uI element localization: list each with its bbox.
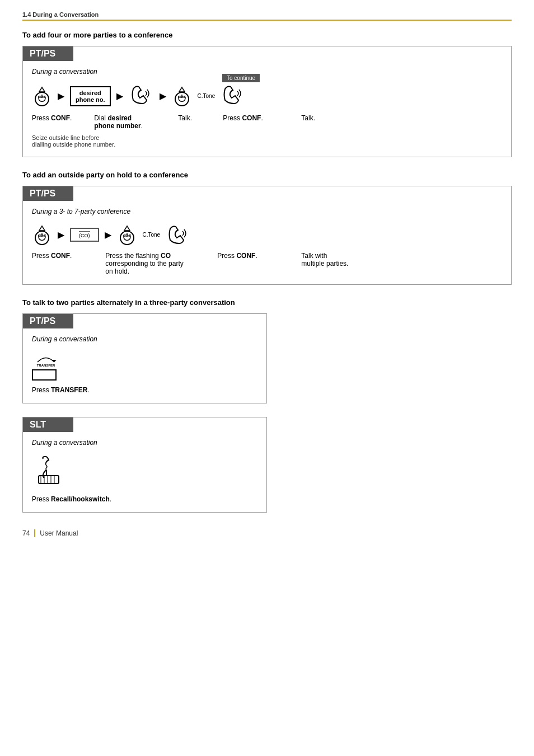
note-text-1: Seize outside line beforedialling outsid… (32, 134, 502, 148)
talk-icon-2 (221, 83, 246, 109)
label-talk-2: Talk. (301, 114, 329, 122)
transfer-icon-svg: TRANSFER (32, 351, 60, 368)
section-title: 1.4 During a Conversation (22, 11, 512, 21)
diagram-subtitle-ptps: During a conversation (32, 335, 257, 343)
diagram-header-ptps: PT/PS (23, 314, 73, 328)
label-dial-desired: Dial desiredphone number. (94, 114, 161, 130)
conf-icon-4: CONF (117, 225, 137, 245)
svg-marker-8 (39, 226, 45, 231)
flow-labels-2: Press CONF. Press the flashing COcorresp… (32, 252, 502, 275)
ctone-label-2: C.Tone (143, 232, 161, 238)
arrow-1: ▶ (58, 91, 64, 101)
diagram-subtitle-1: During a conversation (32, 68, 502, 76)
diagram-box-ptps: PT/PS During a conversation TRANSFER (22, 313, 267, 403)
arrow-3: ▶ (160, 91, 166, 101)
label-talk-1: Talk. (178, 114, 206, 122)
conf-icon-1: CONF (32, 86, 52, 106)
diagram-box-2: PT/PS During a 3- to 7-party conference … (22, 186, 512, 285)
arrow-2: ▶ (116, 91, 123, 101)
svg-rect-18 (39, 476, 59, 483)
to-continue-badge: To continue (222, 74, 260, 82)
subsection-add-four: To add four or more parties to a confere… (22, 31, 512, 157)
flow-row-1: CONF ▶ desiredphone no. ▶ (32, 83, 502, 109)
label-press-conf-2: Press CONF. (223, 114, 268, 122)
subsection-title-1: To add four or more parties to a confere… (22, 31, 512, 39)
subsection-title-3: To talk to two parties alternately in a … (22, 298, 512, 307)
diagram-box-1: PT/PS During a conversation To continue (22, 46, 512, 157)
co-button: (CO) (70, 228, 99, 242)
hookswitch-icon-svg (32, 454, 65, 488)
label-press-recall: Press Recall/hookswitch. (32, 495, 257, 503)
desired-phone-btn: desiredphone no. (70, 86, 111, 106)
flow-labels-1: Press CONF. Dial desiredphone number. Ta… (32, 114, 502, 130)
diagram-header-2: PT/PS (23, 186, 73, 201)
conf-icon-3: CONF (32, 225, 52, 245)
subsection-talk-alternately: To talk to two parties alternately in a … (22, 298, 512, 513)
diagram-header-1: PT/PS (23, 46, 73, 61)
svg-text:TRANSFER: TRANSFER (37, 364, 55, 367)
arrow-5: ▶ (105, 229, 111, 240)
label-press-conf-4: Press CONF. (217, 252, 262, 260)
diagram-subtitle-slt: During a conversation (32, 439, 257, 447)
footer-divider (34, 529, 35, 537)
talk-icon-1 (129, 83, 154, 109)
svg-marker-12 (124, 226, 130, 231)
svg-point-5 (175, 92, 189, 106)
conf-icon-2: CONF (172, 86, 192, 106)
diagram-box-slt: SLT During a conversation (22, 417, 267, 513)
ctone-label-1: C.Tone (198, 93, 216, 99)
diagram-header-slt: SLT (23, 417, 73, 432)
label-talk-multiple: Talk withmultiple parties. (301, 252, 357, 267)
transfer-icon-wrap: TRANSFER (32, 351, 257, 381)
svg-point-9 (35, 231, 49, 245)
subsection-title-2: To add an outside party on hold to a con… (22, 171, 512, 179)
label-press-transfer: Press TRANSFER. (32, 386, 257, 394)
svg-point-13 (120, 231, 134, 245)
hookswitch-icon-wrap (32, 454, 257, 490)
subsection-add-outside: To add an outside party on hold to a con… (22, 171, 512, 285)
label-press-co: Press the flashing COcorresponding to th… (105, 252, 200, 275)
arrow-4: ▶ (58, 229, 64, 240)
svg-marker-0 (39, 87, 45, 92)
page-number: 74 (22, 529, 30, 537)
label-press-conf-3: Press CONF. (32, 252, 72, 260)
label-press-conf-1: Press CONF. (32, 114, 72, 122)
talk-icon-3 (166, 223, 191, 246)
svg-marker-4 (179, 87, 185, 92)
page-footer: 74 User Manual (22, 529, 512, 537)
svg-point-1 (35, 92, 49, 106)
flow-row-2: CONF ▶ (CO) ▶ (32, 223, 502, 246)
diagram-subtitle-2: During a 3- to 7-party conference (32, 208, 502, 215)
manual-label: User Manual (40, 529, 78, 537)
